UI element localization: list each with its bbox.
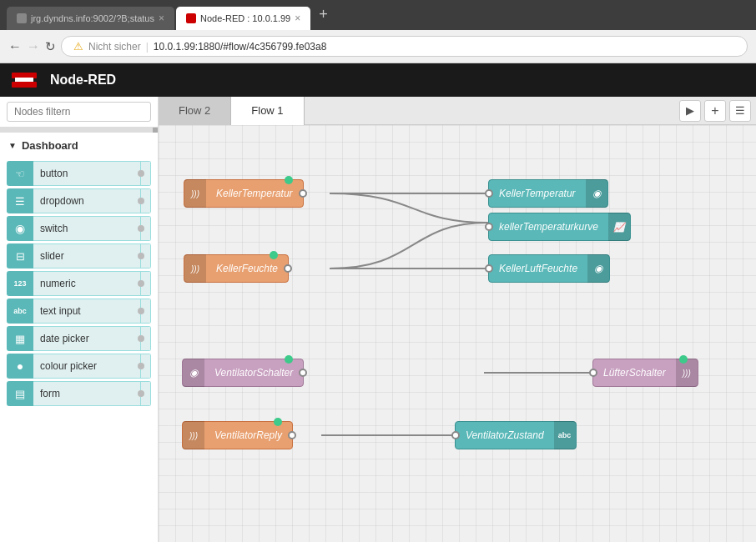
node-keller-temp-kurve[interactable]: kellerTemperaturkurve 📈	[488, 213, 631, 241]
node-in-port	[485, 189, 493, 198]
text-input-label: text input	[33, 299, 141, 324]
tab-inactive[interactable]: jrg.dyndns.info:9002/?B;status ×	[7, 7, 174, 30]
sidebar-search-container	[0, 97, 158, 128]
node-keller-temp-out[interactable]: KellerTemperatur ◉	[488, 179, 608, 208]
date-picker-label: date picker	[33, 326, 141, 351]
url-text: 10.0.1.99:1880/#flow/4c356799.fe03a8	[154, 41, 327, 53]
address-bar: ← → ↻ ⚠ Nicht sicher | 10.0.1.99:1880/#f…	[0, 30, 756, 63]
menu-button[interactable]: ☰	[729, 100, 751, 122]
date-picker-icon: ▦	[7, 326, 33, 351]
node-keller-temp-in-label: KellerTemperatur	[206, 188, 303, 199]
sidebar: ▼ Dashboard ☜ button ☰ dropdown	[0, 97, 159, 542]
node-ventilator-zustand-in-port	[451, 431, 460, 439]
node-lufter-schalter[interactable]: LüfterSchalter )))	[592, 359, 698, 387]
node-lufter-schalter-label: LüfterSchalter	[593, 367, 676, 379]
node-ventilator-schalter-dot	[285, 355, 293, 364]
node-keller-temp-kurve-in-port	[485, 223, 493, 231]
sidebar-item-colour-picker[interactable]: ● colour picker	[7, 354, 151, 379]
section-title: Dashboard	[22, 139, 78, 152]
node-keller-feuchte-in[interactable]: ))) KellerFeuchte	[184, 254, 289, 283]
node-ventilator-reply-label: VentilatorReply	[204, 429, 292, 441]
tab-flow2[interactable]: Flow 2	[159, 97, 231, 125]
node-lufter-schalter-in-port	[589, 369, 597, 377]
form-port	[141, 381, 151, 406]
node-keller-feuchte-out-port	[284, 264, 292, 273]
forward-button[interactable]: →	[27, 39, 40, 54]
tab-close-icon[interactable]: ×	[159, 13, 164, 24]
tab-actions: ▶ + ☰	[674, 100, 756, 122]
dropdown-port	[141, 188, 151, 213]
url-separator: |	[146, 41, 149, 53]
node-lufter-schalter-side: )))	[676, 359, 698, 387]
numeric-icon: 123	[7, 271, 33, 296]
sidebar-item-switch[interactable]: ◉ switch	[7, 216, 151, 241]
node-keller-temp-out-label: KellerTemperatur	[489, 188, 586, 199]
node-ventilator-zustand-side: abc	[554, 421, 576, 449]
tabs-bar: Flow 2 Flow 1 ▶ + ☰	[159, 97, 756, 125]
tab-active-label: Node-RED : 10.0.1.99	[200, 13, 290, 23]
node-out-port	[299, 189, 307, 198]
node-keller-feuchte-in-side: )))	[184, 254, 206, 283]
node-ventilator-schalter-side: ◉	[183, 359, 204, 387]
date-picker-port	[141, 326, 151, 351]
sidebar-item-button[interactable]: ☜ button	[7, 161, 151, 186]
node-keller-temp-kurve-label: kellerTemperaturkurve	[489, 221, 608, 233]
switch-icon: ◉	[7, 216, 33, 241]
node-dot	[285, 176, 293, 184]
section-arrow-icon: ▼	[8, 141, 17, 150]
node-keller-luft-feuchte-in-port	[485, 264, 493, 273]
back-button[interactable]: ←	[8, 39, 22, 54]
sidebar-item-numeric[interactable]: 123 numeric	[7, 271, 151, 296]
sidebar-item-date-picker[interactable]: ▦ date picker	[7, 326, 151, 351]
search-input[interactable]	[7, 102, 151, 122]
tab-close-active-icon[interactable]: ×	[295, 13, 300, 24]
browser-chrome: jrg.dyndns.info:9002/?B;status × Node-RE…	[0, 0, 756, 30]
nr-logo-icon	[12, 71, 42, 89]
node-keller-luft-feuchte-side: ◉	[587, 254, 609, 283]
flow-canvas[interactable]: ))) KellerTemperatur KellerTemperatur ◉	[159, 125, 756, 542]
svg-rect-0	[12, 73, 37, 78]
url-bar[interactable]: ⚠ Nicht sicher | 10.0.1.99:1880/#flow/4c…	[61, 36, 748, 57]
form-icon: ▤	[7, 381, 33, 406]
sidebar-item-dropdown[interactable]: ☰ dropdown	[7, 188, 151, 213]
nr-body: ▼ Dashboard ☜ button ☰ dropdown	[0, 97, 756, 542]
slider-icon: ⊟	[7, 243, 33, 268]
dropdown-icon: ☰	[7, 188, 33, 213]
tab-flow1-label: Flow 1	[251, 104, 283, 117]
run-button[interactable]: ▶	[679, 100, 701, 122]
add-tab-button[interactable]: +	[704, 100, 726, 122]
node-keller-temp-in[interactable]: ))) KellerTemperatur	[184, 179, 304, 208]
switch-port	[141, 216, 151, 241]
node-keller-temp-kurve-side: 📈	[608, 213, 630, 241]
tab-inactive-label: jrg.dyndns.info:9002/?B;status	[31, 13, 154, 23]
nr-header: Node-RED	[0, 63, 756, 97]
node-keller-luft-feuchte-label: KellerLuftFeuchte	[489, 263, 587, 274]
node-keller-temp-out-side: ◉	[586, 179, 607, 208]
button-label: button	[33, 161, 141, 186]
node-ventilator-zustand[interactable]: VentilatorZustand abc	[455, 421, 577, 449]
node-ventilator-reply-out-port	[288, 431, 296, 439]
slider-label: slider	[33, 243, 141, 268]
node-keller-luft-feuchte[interactable]: KellerLuftFeuchte ◉	[488, 254, 610, 283]
numeric-port	[141, 271, 151, 296]
sidebar-item-form[interactable]: ▤ form	[7, 381, 151, 406]
tab-flow1[interactable]: Flow 1	[231, 97, 304, 125]
node-ventilator-reply[interactable]: ))) VentilatorReply	[182, 421, 293, 449]
button-port	[141, 161, 151, 186]
sidebar-item-text-input[interactable]: abc text input	[7, 299, 151, 324]
text-input-port	[141, 299, 151, 324]
node-ventilator-schalter-in[interactable]: ◉ VentilatorSchalter	[182, 359, 304, 387]
nr-logo: Node-RED	[12, 71, 116, 89]
node-ventilator-reply-dot	[274, 418, 282, 426]
tab-active[interactable]: Node-RED : 10.0.1.99 ×	[176, 7, 310, 30]
reload-button[interactable]: ↻	[45, 39, 56, 54]
new-tab-button[interactable]: +	[312, 6, 335, 23]
sidebar-item-slider[interactable]: ⊟ slider	[7, 243, 151, 268]
node-keller-temp-in-side: )))	[184, 179, 206, 208]
sidebar-section-header[interactable]: ▼ Dashboard	[0, 133, 158, 158]
colour-picker-icon: ●	[7, 354, 33, 379]
form-label: form	[33, 381, 141, 406]
node-ventilator-schalter-out-port	[299, 369, 307, 377]
slider-port	[141, 243, 151, 268]
nr-app-title: Node-RED	[50, 73, 116, 88]
